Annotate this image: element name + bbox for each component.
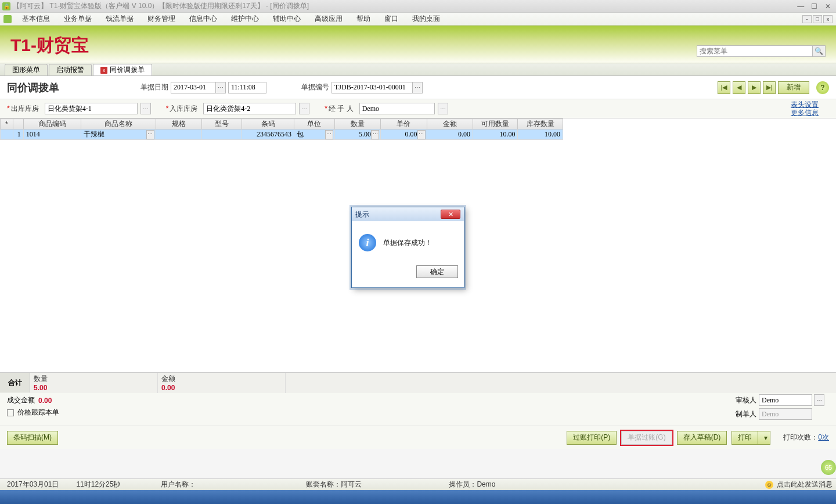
mdi-minimize-icon[interactable]: - bbox=[802, 15, 812, 23]
nav-first-button[interactable]: |◀ bbox=[718, 81, 730, 94]
app-banner: T1-财贸宝 🔍 bbox=[0, 26, 836, 63]
save-draft-button[interactable]: 存入草稿(D) bbox=[677, 431, 727, 445]
close-icon[interactable]: ✕ bbox=[822, 2, 834, 10]
maximize-icon[interactable]: ☐ bbox=[809, 2, 820, 10]
time-field[interactable]: 11:11:08 bbox=[228, 82, 266, 93]
col-mark[interactable]: * bbox=[1, 119, 13, 129]
tab-label: 同价调拨单 bbox=[110, 65, 145, 75]
dialog-ok-button[interactable]: 确定 bbox=[416, 265, 458, 278]
cell-price[interactable]: 0.00 bbox=[381, 129, 427, 140]
cell-code[interactable]: 1014 bbox=[23, 129, 81, 140]
cell-qty[interactable]: 5.00 bbox=[334, 129, 381, 140]
col-avail[interactable]: 可用数量 bbox=[473, 119, 517, 129]
status-user-label: 用户名称： bbox=[157, 480, 199, 489]
menu-item[interactable]: 窗口 bbox=[377, 14, 405, 24]
in-warehouse-label: 入库库房 bbox=[166, 104, 198, 114]
col-code[interactable]: 商品编码 bbox=[23, 119, 81, 129]
post-button[interactable]: 单据过账(G) bbox=[621, 431, 672, 445]
print-dropdown-button[interactable]: ▾ bbox=[758, 431, 770, 445]
col-price[interactable]: 单价 bbox=[381, 119, 427, 129]
nav-prev-button[interactable]: ◀ bbox=[733, 81, 745, 94]
info-dialog: 提示 ✕ i 单据保存成功！ 确定 bbox=[351, 207, 464, 288]
dialog-title: 提示 bbox=[355, 210, 369, 219]
tab-transfer-doc[interactable]: x同价调拨单 bbox=[93, 64, 152, 75]
dialog-close-button[interactable]: ✕ bbox=[441, 210, 460, 219]
mdi-close-icon[interactable]: x bbox=[823, 15, 833, 23]
barcode-scan-button[interactable]: 条码扫描(M) bbox=[7, 431, 58, 445]
handler-picker[interactable]: ⋯ bbox=[438, 103, 448, 114]
help-button[interactable]: ? bbox=[816, 81, 829, 94]
cell-mark[interactable] bbox=[1, 129, 13, 140]
handler-label: 经 手 人 bbox=[325, 104, 353, 114]
cell-barcode[interactable]: 2345676543 bbox=[242, 129, 294, 140]
cell-amount[interactable]: 0.00 bbox=[427, 129, 473, 140]
smile-icon[interactable]: ☺ bbox=[765, 481, 773, 489]
menu-item[interactable]: 业务单据 bbox=[57, 14, 99, 24]
docno-field[interactable]: TJDB-2017-03-01-00001 bbox=[331, 82, 413, 93]
search-button[interactable]: 🔍 bbox=[813, 45, 826, 57]
handler-field[interactable]: Demo bbox=[359, 103, 435, 114]
lock-icon: 🔒 bbox=[2, 2, 10, 10]
col-unit[interactable]: 单位 bbox=[294, 119, 334, 129]
totals-bar: 合计 数量 5.00 金额 0.00 bbox=[0, 372, 836, 393]
in-warehouse-field[interactable]: 日化类货架4-2 bbox=[203, 103, 296, 114]
col-spec[interactable]: 规格 bbox=[156, 119, 201, 129]
menu-item[interactable]: 钱流单据 bbox=[99, 14, 140, 24]
cell-name[interactable]: 干辣椒 bbox=[81, 129, 156, 140]
cell-spec[interactable] bbox=[156, 129, 201, 140]
date-picker-button[interactable]: ⋯ bbox=[215, 82, 226, 93]
date-field[interactable]: 2017-03-01 bbox=[171, 82, 216, 93]
col-qty[interactable]: 数量 bbox=[334, 119, 381, 129]
logo-suffix: 财贸宝 bbox=[37, 35, 89, 55]
auditor-picker[interactable]: ⋯ bbox=[814, 394, 824, 406]
mdi-restore-icon[interactable]: □ bbox=[813, 15, 822, 23]
menu-item[interactable]: 帮助 bbox=[349, 14, 377, 24]
header-settings-link[interactable]: 表头设置 bbox=[791, 100, 819, 109]
search-input[interactable] bbox=[697, 45, 813, 57]
nav-next-button[interactable]: ▶ bbox=[748, 81, 761, 94]
menu-item[interactable]: 我的桌面 bbox=[405, 14, 447, 24]
col-stock[interactable]: 库存数量 bbox=[518, 119, 563, 129]
tab-alarm[interactable]: 启动报警 bbox=[49, 64, 92, 75]
docno-picker-button[interactable]: ⋯ bbox=[412, 82, 423, 93]
price-track-checkbox[interactable] bbox=[7, 409, 14, 416]
out-warehouse-picker[interactable]: ⋯ bbox=[140, 103, 151, 114]
notification-bubble[interactable]: 65 bbox=[821, 460, 836, 475]
menu-item[interactable]: 信息中心 bbox=[182, 14, 224, 24]
print-button[interactable]: 打印 bbox=[732, 431, 758, 445]
menu-item[interactable]: 基本信息 bbox=[15, 14, 57, 24]
send-message-link[interactable]: 点击此处发送消息 bbox=[777, 480, 833, 489]
post-print-button[interactable]: 过账打印(P) bbox=[567, 431, 617, 445]
cell-model[interactable] bbox=[201, 129, 242, 140]
nav-last-button[interactable]: ▶| bbox=[763, 81, 776, 94]
col-barcode[interactable]: 条码 bbox=[242, 119, 294, 129]
menu-item[interactable]: 维护中心 bbox=[224, 14, 266, 24]
print-count-value[interactable]: 0次 bbox=[818, 433, 829, 441]
menu-item[interactable]: 辅助中心 bbox=[266, 14, 308, 24]
status-bar: 2017年03月01日 11时12分25秒 用户名称： 账套名称：阿可云 操作员… bbox=[0, 478, 836, 490]
col-idx[interactable] bbox=[13, 119, 23, 129]
grid-row[interactable]: 1 1014 干辣椒 2345676543 包 5.00 0.00 0.00 1… bbox=[1, 129, 563, 140]
deal-amount-label: 成交金额 bbox=[7, 395, 35, 405]
total-amt-value: 0.00 bbox=[161, 384, 282, 392]
cell-avail: 10.00 bbox=[473, 129, 517, 140]
print-count-label: 打印次数： bbox=[783, 433, 818, 441]
col-amount[interactable]: 金额 bbox=[427, 119, 473, 129]
new-button[interactable]: 新增 bbox=[778, 81, 809, 94]
tab-close-icon[interactable]: x bbox=[100, 67, 107, 74]
menu-item[interactable]: 高级应用 bbox=[308, 14, 349, 24]
dialog-message: 单据保存成功！ bbox=[383, 238, 432, 248]
form-row: 出库库房 日化类货架4-1 ⋯ 入库库房 日化类货架4-2 ⋯ 经 手 人 De… bbox=[0, 99, 836, 118]
more-info-link[interactable]: 更多信息 bbox=[791, 109, 819, 117]
status-date: 2017年03月01日 bbox=[3, 480, 62, 489]
in-warehouse-picker[interactable]: ⋯ bbox=[299, 103, 309, 114]
cell-unit[interactable]: 包 bbox=[294, 129, 334, 140]
col-model[interactable]: 型号 bbox=[201, 119, 242, 129]
dialog-titlebar[interactable]: 提示 ✕ bbox=[352, 207, 464, 221]
col-name[interactable]: 商品名称 bbox=[81, 119, 156, 129]
minimize-icon[interactable]: — bbox=[795, 2, 806, 10]
out-warehouse-field[interactable]: 日化类货架4-1 bbox=[45, 103, 138, 114]
menu-item[interactable]: 财务管理 bbox=[140, 14, 182, 24]
tab-graphic-menu[interactable]: 图形菜单 bbox=[5, 64, 48, 75]
auditor-field[interactable]: Demo bbox=[759, 394, 812, 406]
